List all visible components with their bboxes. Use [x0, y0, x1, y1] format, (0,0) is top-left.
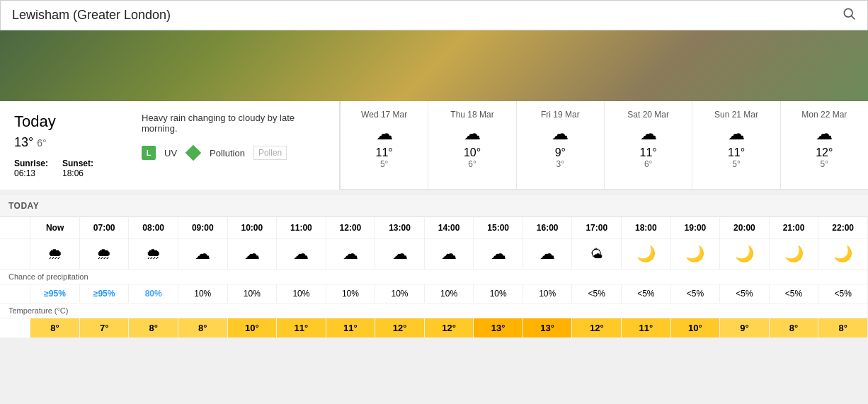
- sunrise-label: Sunrise:: [14, 158, 48, 168]
- temp-6: 11°: [326, 318, 375, 338]
- temp-10: 13°: [522, 318, 572, 338]
- weather-icon-1: 🌧: [79, 239, 129, 270]
- weather-icon-2: 🌧: [129, 239, 178, 270]
- time-6: 12:00: [326, 217, 375, 239]
- time-2: 08:00: [129, 217, 178, 239]
- temp-16: 8°: [818, 318, 868, 338]
- precip-2: 80%: [129, 284, 178, 304]
- time-3: 09:00: [178, 217, 227, 239]
- precip-16: <5%: [818, 284, 868, 304]
- forecast-day-0-low: 5°: [346, 159, 422, 169]
- temp-label-row: Temperature (°C): [0, 304, 868, 318]
- time-now: Now: [30, 217, 80, 239]
- weather-icon-14: 🌙: [720, 239, 770, 270]
- pollution-diamond: [185, 145, 202, 161]
- time-10: 16:00: [522, 217, 572, 239]
- forecast-day-4-low: 5°: [698, 159, 774, 169]
- temp-13: 10°: [670, 318, 720, 338]
- precip-13: <5%: [670, 284, 720, 304]
- precip-6: 10%: [326, 284, 375, 304]
- forecast-day-0-date: Wed 17 Mar: [346, 110, 422, 120]
- forecast-days: Wed 17 Mar ☁ 11° 5° Thu 18 Mar ☁ 10° 6° …: [340, 101, 868, 190]
- time-row: Now 07:00 08:00 09:00 10:00 11:00 12:00 …: [0, 217, 868, 239]
- forecast-day-5-high: 12°: [787, 146, 862, 159]
- hourly-section: TODAY Now 07:00 08:00 09:00 10:00 11:00 …: [0, 195, 868, 338]
- precip-4: 10%: [227, 284, 277, 304]
- pollution-label: Pollution: [210, 148, 245, 158]
- today-temps: 13° 6°: [14, 135, 113, 150]
- weather-icon-13: 🌙: [670, 239, 720, 270]
- forecast-day-2-low: 3°: [522, 159, 598, 169]
- forecast-day-2-icon: ☁: [522, 124, 598, 144]
- today-description: Heavy rain changing to cloudy by late mo…: [142, 112, 325, 134]
- today-description-panel: Heavy rain changing to cloudy by late mo…: [127, 101, 340, 190]
- time-7: 13:00: [375, 217, 425, 239]
- precip-5: 10%: [277, 284, 326, 304]
- precip-0: ≥95%: [30, 284, 80, 304]
- forecast-day-0[interactable]: Wed 17 Mar ☁ 11° 5°: [341, 101, 428, 189]
- temp-8: 12°: [424, 318, 474, 338]
- sunrise-sunset: Sunrise: 06:13 Sunset: 18:06: [14, 158, 113, 178]
- sunrise: Sunrise: 06:13: [14, 158, 48, 178]
- today-indicators: L UV Pollution Pollen: [142, 145, 325, 161]
- forecast-day-1[interactable]: Thu 18 Mar ☁ 10° 6°: [428, 101, 515, 189]
- location-title: Lewisham (Greater London): [12, 8, 171, 23]
- precip-8: 10%: [424, 284, 474, 304]
- weather-icon-5: ☁: [277, 239, 326, 270]
- time-12: 18:00: [622, 217, 671, 239]
- precip-10: 10%: [522, 284, 572, 304]
- weather-icon-7: ☁: [375, 239, 425, 270]
- forecast-day-2[interactable]: Fri 19 Mar ☁ 9° 3°: [516, 101, 604, 189]
- precip-label-row: Chance of precipitation: [0, 270, 868, 284]
- temp-label-empty: [0, 318, 30, 338]
- pollution-icon: [185, 145, 201, 161]
- weather-icon-6: ☁: [326, 239, 375, 270]
- temp-15: 8°: [769, 318, 818, 338]
- time-16: 22:00: [818, 217, 868, 239]
- time-15: 21:00: [769, 217, 818, 239]
- precip-15: <5%: [769, 284, 818, 304]
- sunset: Sunset: 18:06: [62, 158, 93, 178]
- search-icon[interactable]: [842, 6, 856, 24]
- weather-icon-0: 🌧: [30, 239, 80, 270]
- precip-11: <5%: [572, 284, 622, 304]
- svg-point-0: [844, 8, 852, 17]
- temp-14: 9°: [720, 318, 770, 338]
- forecast-day-4[interactable]: Sun 21 Mar ☁ 11° 5°: [692, 101, 780, 189]
- time-13: 19:00: [670, 217, 720, 239]
- uv-label: UV: [164, 148, 177, 158]
- precip-7: 10%: [375, 284, 425, 304]
- search-bar: Lewisham (Greater London): [0, 0, 868, 30]
- pollen-label: Pollen: [253, 146, 287, 160]
- weather-icon-3: ☁: [178, 239, 227, 270]
- forecast-day-5[interactable]: Mon 22 Mar ☁ 12° 5°: [780, 101, 868, 189]
- weather-icon-10: ☁: [522, 239, 572, 270]
- forecast-day-2-date: Fri 19 Mar: [522, 110, 598, 120]
- precip-3: 10%: [178, 284, 227, 304]
- forecast-day-5-icon: ☁: [787, 124, 862, 144]
- sunset-time: 18:06: [62, 168, 84, 178]
- temp-11: 12°: [572, 318, 622, 338]
- time-14: 20:00: [720, 217, 770, 239]
- hero-image: [0, 30, 868, 101]
- temp-4: 10°: [227, 318, 277, 338]
- weather-icon-8: ☁: [424, 239, 474, 270]
- time-5: 11:00: [277, 217, 326, 239]
- forecast-day-1-low: 6°: [434, 159, 510, 169]
- forecast-day-0-icon: ☁: [346, 124, 422, 144]
- forecast-day-3[interactable]: Sat 20 Mar ☁ 11° 6°: [604, 101, 692, 189]
- chance-label: [0, 284, 30, 304]
- uv-badge: L: [142, 146, 156, 160]
- temp-9: 13°: [474, 318, 523, 338]
- precip-row: ≥95% ≥95% 80% 10% 10% 10% 10% 10% 10% 10…: [0, 284, 868, 304]
- temp-5: 11°: [277, 318, 326, 338]
- forecast-day-2-high: 9°: [522, 146, 598, 159]
- today-forecast-row: Today 13° 6° Sunrise: 06:13 Sunset: 18:0…: [0, 101, 868, 190]
- weather-icon-16: 🌙: [818, 239, 868, 270]
- forecast-day-5-date: Mon 22 Mar: [787, 110, 862, 120]
- today-high: 13°: [14, 135, 33, 149]
- forecast-day-3-high: 11°: [610, 146, 686, 159]
- temp-0: 8°: [30, 318, 80, 338]
- icon-label-empty: [0, 239, 30, 270]
- temp-2: 8°: [129, 318, 178, 338]
